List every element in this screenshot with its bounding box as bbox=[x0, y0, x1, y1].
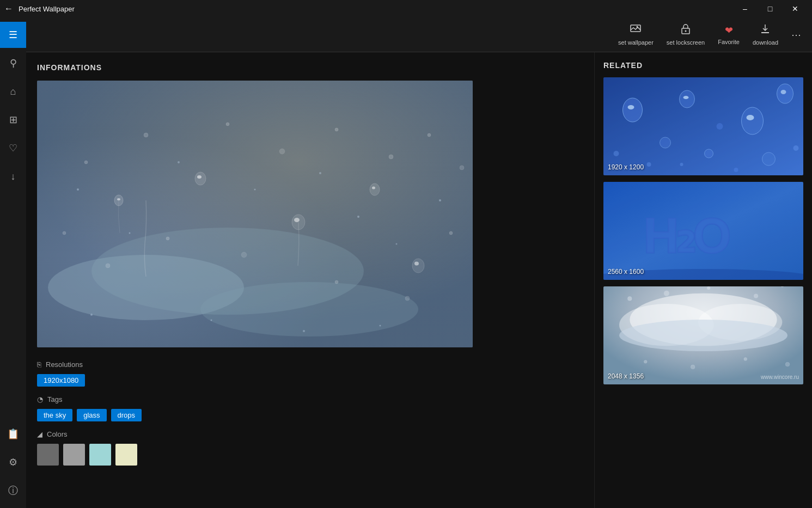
favorite-label: Favorite bbox=[718, 39, 740, 45]
tags-container: the sky glass drops bbox=[37, 409, 583, 421]
grid-icon: ⊞ bbox=[9, 114, 17, 126]
sidebar-item-settings[interactable]: ⚙ bbox=[0, 449, 26, 475]
tags-section: ◔ Tags the sky glass drops bbox=[37, 395, 583, 421]
favorite-action[interactable]: ❤ Favorite bbox=[718, 25, 740, 45]
toolbar: set wallpaper set lockscreen ❤ Favorite bbox=[26, 17, 812, 52]
svg-point-8 bbox=[91, 228, 364, 315]
wallpaper-icon bbox=[630, 23, 641, 37]
related-item-1[interactable]: 1920 x 1200 bbox=[603, 77, 803, 175]
sidebar-item-info[interactable]: ⓘ bbox=[0, 478, 26, 504]
back-button[interactable]: ← bbox=[4, 4, 13, 14]
search-icon: ⚲ bbox=[10, 57, 17, 69]
clipboard-icon: 📋 bbox=[7, 428, 19, 440]
svg-point-62 bbox=[793, 145, 799, 151]
svg-point-12 bbox=[197, 175, 202, 179]
svg-point-30 bbox=[241, 252, 247, 258]
main-panel: INFORMATIONS bbox=[26, 52, 594, 508]
palette-icon: ◢ bbox=[37, 430, 42, 438]
sidebar-item-categories[interactable]: ⊞ bbox=[0, 107, 26, 133]
svg-point-80 bbox=[644, 360, 647, 363]
svg-point-53 bbox=[747, 115, 754, 120]
info-icon: ⓘ bbox=[8, 484, 18, 497]
svg-point-48 bbox=[623, 98, 643, 122]
color-swatch-1[interactable] bbox=[37, 444, 59, 466]
colors-section: ◢ Colors bbox=[37, 430, 583, 466]
svg-point-41 bbox=[439, 199, 441, 201]
svg-point-10 bbox=[117, 198, 120, 200]
related-item-3[interactable]: 2048 x 1356 www.wincore.ru bbox=[603, 286, 803, 384]
color-swatch-3[interactable] bbox=[89, 444, 111, 466]
svg-point-19 bbox=[84, 161, 88, 164]
svg-point-76 bbox=[664, 291, 669, 296]
gear-icon: ⚙ bbox=[9, 456, 17, 468]
sidebar-item-downloads[interactable]: ↓ bbox=[0, 163, 26, 189]
color-swatch-4[interactable] bbox=[115, 444, 137, 466]
color-swatch-2[interactable] bbox=[63, 444, 85, 466]
svg-point-27 bbox=[63, 231, 66, 235]
sidebar-item-menu[interactable]: ☰ bbox=[0, 22, 26, 48]
tag-the-sky[interactable]: the sky bbox=[37, 409, 72, 421]
svg-point-82 bbox=[744, 358, 747, 361]
menu-icon: ☰ bbox=[9, 29, 17, 41]
svg-point-35 bbox=[129, 232, 131, 234]
related-item-2-resolution: 2560 x 1600 bbox=[608, 268, 644, 276]
heart-icon: ♡ bbox=[9, 142, 17, 154]
resolutions-section: ⎘ Resolutions 1920x1080 bbox=[37, 360, 583, 387]
app-body-inner: set wallpaper set lockscreen ❤ Favorite bbox=[26, 17, 812, 508]
colors-container bbox=[37, 444, 583, 466]
sidebar-item-favorites[interactable]: ♡ bbox=[0, 135, 26, 161]
app-content: INFORMATIONS bbox=[26, 52, 812, 508]
svg-point-1 bbox=[637, 26, 638, 28]
set-lockscreen-action[interactable]: set lockscreen bbox=[667, 23, 705, 46]
svg-point-24 bbox=[389, 155, 393, 159]
resolution-badge[interactable]: 1920x1080 bbox=[37, 374, 85, 387]
tag-drops[interactable]: drops bbox=[111, 409, 142, 421]
svg-point-45 bbox=[380, 325, 381, 327]
svg-point-77 bbox=[707, 286, 710, 290]
set-lockscreen-label: set lockscreen bbox=[667, 39, 705, 46]
wallpaper-preview[interactable] bbox=[37, 81, 473, 347]
related-title: RELATED bbox=[603, 61, 803, 70]
svg-point-31 bbox=[335, 280, 338, 284]
svg-point-28 bbox=[106, 264, 110, 268]
svg-point-40 bbox=[396, 243, 398, 245]
related-item-1-resolution: 1920 x 1200 bbox=[608, 163, 644, 171]
titlebar: ← Perfect Wallpaper – □ ✕ bbox=[0, 0, 812, 17]
svg-point-74 bbox=[619, 320, 787, 351]
set-wallpaper-action[interactable]: set wallpaper bbox=[618, 23, 654, 46]
svg-point-17 bbox=[412, 259, 424, 273]
home-icon: ⌂ bbox=[10, 86, 16, 97]
more-button[interactable]: ⋯ bbox=[791, 29, 801, 41]
colors-label: ◢ Colors bbox=[37, 430, 583, 438]
svg-point-37 bbox=[254, 189, 256, 191]
app-body: ☰ ⚲ ⌂ ⊞ ♡ ↓ 📋 ⚙ ⓘ bbox=[0, 17, 812, 508]
resolutions-label: ⎘ Resolutions bbox=[37, 360, 583, 369]
svg-point-49 bbox=[628, 105, 634, 109]
svg-point-60 bbox=[647, 162, 651, 167]
maximize-button[interactable]: □ bbox=[758, 0, 783, 17]
svg-point-81 bbox=[691, 365, 695, 369]
tag-glass[interactable]: glass bbox=[77, 409, 106, 421]
sidebar-item-search[interactable]: ⚲ bbox=[0, 50, 26, 76]
download-action[interactable]: download bbox=[753, 23, 778, 46]
minimize-button[interactable]: – bbox=[732, 0, 758, 17]
svg-point-33 bbox=[449, 231, 453, 235]
related-item-2[interactable]: H₂O H₂O 2560 x 1600 bbox=[603, 182, 803, 280]
sidebar-bottom: 📋 ⚙ ⓘ bbox=[0, 421, 26, 508]
svg-point-61 bbox=[717, 123, 723, 130]
svg-point-26 bbox=[460, 166, 464, 170]
svg-point-3 bbox=[685, 30, 687, 32]
svg-point-25 bbox=[428, 133, 431, 137]
svg-point-44 bbox=[303, 330, 305, 332]
section-title: INFORMATIONS bbox=[37, 63, 583, 72]
svg-point-64 bbox=[734, 168, 738, 172]
sidebar-item-home[interactable]: ⌂ bbox=[0, 78, 26, 105]
resize-icon: ⎘ bbox=[37, 360, 41, 369]
svg-point-50 bbox=[680, 90, 695, 108]
sidebar: ☰ ⚲ ⌂ ⊞ ♡ ↓ 📋 ⚙ ⓘ bbox=[0, 17, 26, 508]
lockscreen-icon bbox=[681, 23, 691, 37]
svg-point-83 bbox=[785, 362, 790, 366]
sidebar-item-clipboard[interactable]: 📋 bbox=[0, 421, 26, 447]
related-item-3-resolution: 2048 x 1356 bbox=[608, 372, 644, 380]
close-button[interactable]: ✕ bbox=[783, 0, 808, 17]
